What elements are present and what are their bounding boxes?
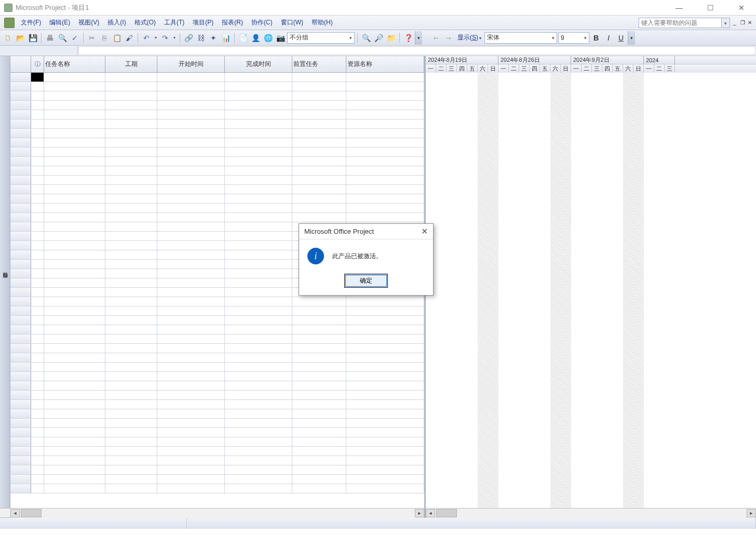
cell-predecessors[interactable] — [292, 456, 346, 465]
cell-indicators[interactable] — [31, 437, 44, 446]
menu-report[interactable]: 报表(R) — [218, 16, 247, 29]
cell-duration[interactable] — [105, 288, 157, 297]
cell-resources[interactable] — [346, 73, 424, 82]
cell-task-name[interactable] — [44, 306, 105, 315]
cell-indicators[interactable] — [31, 465, 44, 474]
row-header[interactable] — [10, 381, 31, 390]
cell-predecessors[interactable] — [292, 82, 346, 91]
cell-task-name[interactable] — [44, 409, 105, 418]
cell-task-name[interactable] — [44, 400, 105, 409]
cell-duration[interactable] — [105, 465, 157, 474]
table-row[interactable] — [10, 166, 424, 176]
table-row[interactable] — [10, 185, 424, 194]
cell-duration[interactable] — [105, 456, 157, 465]
row-header[interactable] — [10, 204, 31, 212]
row-header[interactable] — [10, 185, 31, 194]
cell-resources[interactable] — [346, 353, 424, 362]
row-header[interactable] — [10, 437, 31, 446]
redo-dropdown[interactable]: ▾ — [172, 32, 177, 44]
cell-start[interactable] — [157, 335, 225, 343]
cell-indicators[interactable] — [31, 260, 44, 269]
italic-button[interactable]: I — [603, 32, 614, 44]
cell-predecessors[interactable] — [292, 325, 346, 334]
cell-start[interactable] — [157, 428, 225, 437]
cell-start[interactable] — [157, 372, 225, 381]
cell-duration[interactable] — [105, 316, 157, 325]
cell-task-name[interactable] — [44, 148, 105, 156]
row-header[interactable] — [10, 129, 31, 138]
cell-finish[interactable] — [225, 91, 292, 100]
row-header[interactable] — [10, 447, 31, 456]
cell-resources[interactable] — [346, 456, 424, 465]
row-header[interactable] — [10, 138, 31, 147]
row-header[interactable] — [10, 119, 31, 128]
cell-start[interactable] — [157, 119, 225, 128]
row-header[interactable] — [10, 250, 31, 259]
cell-duration[interactable] — [105, 241, 157, 250]
cell-duration[interactable] — [105, 306, 157, 315]
cell-duration[interactable] — [105, 166, 157, 175]
cell-duration[interactable] — [105, 138, 157, 147]
cell-duration[interactable] — [105, 381, 157, 390]
paste-button[interactable]: 📋 — [111, 32, 123, 44]
cell-resources[interactable] — [346, 148, 424, 156]
cell-indicators[interactable] — [31, 91, 44, 100]
row-header[interactable] — [10, 428, 31, 437]
cell-finish[interactable] — [225, 176, 292, 184]
cell-start[interactable] — [157, 419, 225, 427]
table-row[interactable] — [10, 306, 424, 316]
font-combo[interactable]: 宋体 ▾ — [484, 32, 557, 44]
cell-duration[interactable] — [105, 148, 157, 156]
cell-start[interactable] — [157, 194, 225, 203]
cell-start[interactable] — [157, 409, 225, 418]
cell-duration[interactable] — [105, 91, 157, 100]
cell-indicators[interactable] — [31, 157, 44, 166]
col-duration[interactable]: 工期 — [105, 56, 157, 72]
cell-task-name[interactable] — [44, 288, 105, 297]
scroll-left-button[interactable]: ◄ — [426, 509, 435, 517]
redo-button[interactable]: ↷ — [159, 32, 171, 44]
cell-start[interactable] — [157, 353, 225, 362]
print-preview-button[interactable]: 🔍 — [57, 32, 68, 44]
cell-predecessors[interactable] — [292, 475, 346, 484]
cell-duration[interactable] — [105, 419, 157, 427]
table-row[interactable] — [10, 194, 424, 204]
table-row[interactable] — [10, 456, 424, 465]
cell-task-name[interactable] — [44, 176, 105, 184]
row-header[interactable] — [10, 241, 31, 250]
row-header[interactable] — [10, 194, 31, 203]
cell-finish[interactable] — [225, 325, 292, 334]
cell-resources[interactable] — [346, 157, 424, 166]
dialog-close-button[interactable]: ✕ — [421, 226, 428, 236]
row-header[interactable] — [10, 316, 31, 325]
cell-predecessors[interactable] — [292, 391, 346, 399]
cell-resources[interactable] — [346, 204, 424, 212]
cell-duration[interactable] — [105, 222, 157, 231]
cell-resources[interactable] — [346, 335, 424, 343]
menu-project[interactable]: 项目(P) — [188, 16, 218, 29]
table-row[interactable] — [10, 73, 424, 82]
task-hscroll[interactable]: ◄ ► — [10, 509, 426, 518]
cell-finish[interactable] — [225, 456, 292, 465]
row-header[interactable] — [10, 484, 31, 493]
table-row[interactable] — [10, 316, 424, 325]
table-row[interactable] — [10, 204, 424, 213]
cell-resources[interactable] — [346, 91, 424, 100]
cell-finish[interactable] — [225, 129, 292, 138]
menu-window[interactable]: 窗口(W) — [277, 16, 307, 29]
cell-duration[interactable] — [105, 278, 157, 287]
cell-duration[interactable] — [105, 129, 157, 138]
cut-button[interactable]: ✂ — [86, 32, 98, 44]
cell-resources[interactable] — [346, 101, 424, 110]
cell-start[interactable] — [157, 73, 225, 82]
cell-indicators[interactable] — [31, 250, 44, 259]
row-header[interactable] — [10, 475, 31, 484]
cell-finish[interactable] — [225, 222, 292, 231]
cell-indicators[interactable] — [31, 213, 44, 222]
cell-indicators[interactable] — [31, 110, 44, 119]
cell-predecessors[interactable] — [292, 185, 346, 194]
cell-indicators[interactable] — [31, 391, 44, 399]
cell-finish[interactable] — [225, 297, 292, 306]
cell-resources[interactable] — [346, 316, 424, 325]
cell-task-name[interactable] — [44, 475, 105, 484]
